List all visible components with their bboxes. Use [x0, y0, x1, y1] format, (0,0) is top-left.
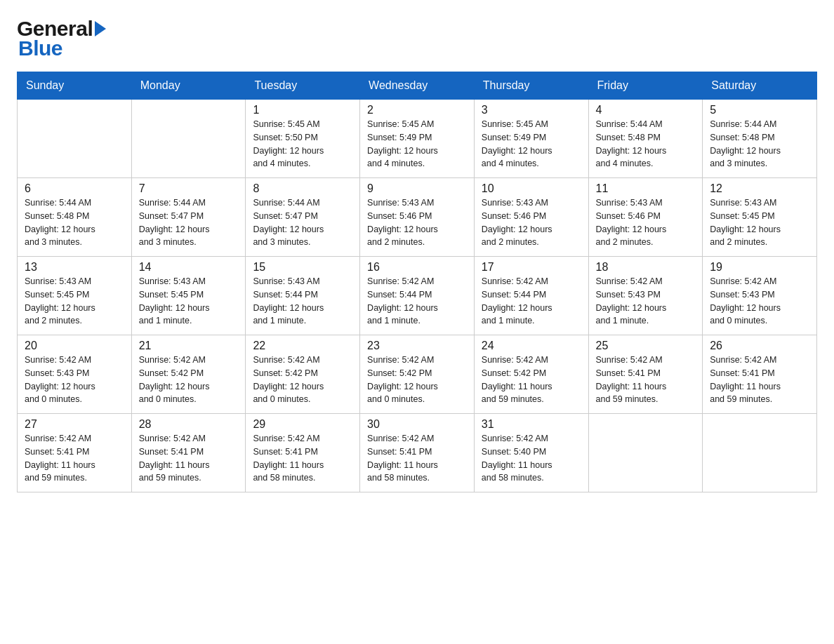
day-number: 12	[710, 182, 809, 195]
day-info: Sunrise: 5:42 AM Sunset: 5:41 PM Dayligh…	[25, 432, 124, 485]
calendar-cell: 23Sunrise: 5:42 AM Sunset: 5:42 PM Dayli…	[360, 335, 475, 414]
calendar-cell: 19Sunrise: 5:42 AM Sunset: 5:43 PM Dayli…	[703, 257, 817, 335]
day-info: Sunrise: 5:42 AM Sunset: 5:41 PM Dayligh…	[139, 432, 239, 485]
day-number: 11	[596, 182, 696, 195]
page-header: General Blue	[17, 17, 817, 60]
day-number: 18	[596, 261, 696, 274]
day-info: Sunrise: 5:42 AM Sunset: 5:41 PM Dayligh…	[253, 432, 352, 485]
day-info: Sunrise: 5:42 AM Sunset: 5:42 PM Dayligh…	[253, 354, 352, 406]
calendar-cell: 26Sunrise: 5:42 AM Sunset: 5:41 PM Dayli…	[703, 335, 817, 414]
calendar-cell	[18, 100, 132, 178]
day-info: Sunrise: 5:42 AM Sunset: 5:43 PM Dayligh…	[25, 354, 124, 406]
day-info: Sunrise: 5:42 AM Sunset: 5:43 PM Dayligh…	[596, 275, 696, 328]
day-info: Sunrise: 5:44 AM Sunset: 5:48 PM Dayligh…	[25, 196, 124, 249]
day-info: Sunrise: 5:42 AM Sunset: 5:41 PM Dayligh…	[710, 354, 809, 406]
day-info: Sunrise: 5:43 AM Sunset: 5:45 PM Dayligh…	[25, 275, 124, 328]
day-number: 7	[139, 182, 239, 195]
calendar-cell: 28Sunrise: 5:42 AM Sunset: 5:41 PM Dayli…	[131, 414, 246, 492]
day-info: Sunrise: 5:43 AM Sunset: 5:46 PM Dayligh…	[482, 196, 581, 249]
calendar-cell: 17Sunrise: 5:42 AM Sunset: 5:44 PM Dayli…	[474, 257, 588, 335]
day-number: 9	[367, 182, 467, 195]
day-number: 20	[25, 340, 124, 352]
day-number: 24	[482, 340, 581, 352]
day-number: 1	[253, 104, 352, 116]
calendar-cell: 21Sunrise: 5:42 AM Sunset: 5:42 PM Dayli…	[131, 335, 246, 414]
calendar-cell: 11Sunrise: 5:43 AM Sunset: 5:46 PM Dayli…	[588, 178, 703, 257]
calendar-cell	[588, 414, 703, 492]
day-info: Sunrise: 5:43 AM Sunset: 5:45 PM Dayligh…	[710, 196, 809, 249]
day-number: 4	[596, 104, 696, 116]
calendar-week-row: 13Sunrise: 5:43 AM Sunset: 5:45 PM Dayli…	[18, 257, 817, 335]
day-number: 27	[25, 418, 124, 431]
calendar-cell: 2Sunrise: 5:45 AM Sunset: 5:49 PM Daylig…	[360, 100, 475, 178]
calendar-cell: 6Sunrise: 5:44 AM Sunset: 5:48 PM Daylig…	[18, 178, 132, 257]
day-info: Sunrise: 5:42 AM Sunset: 5:44 PM Dayligh…	[482, 275, 581, 328]
day-number: 14	[139, 261, 239, 274]
column-header-saturday: Saturday	[703, 72, 817, 100]
day-info: Sunrise: 5:44 AM Sunset: 5:47 PM Dayligh…	[139, 196, 239, 249]
day-info: Sunrise: 5:45 AM Sunset: 5:49 PM Dayligh…	[367, 118, 467, 170]
calendar-cell: 8Sunrise: 5:44 AM Sunset: 5:47 PM Daylig…	[246, 178, 360, 257]
calendar-cell: 1Sunrise: 5:45 AM Sunset: 5:50 PM Daylig…	[246, 100, 360, 178]
column-header-sunday: Sunday	[18, 72, 132, 100]
day-number: 13	[25, 261, 124, 274]
day-info: Sunrise: 5:44 AM Sunset: 5:48 PM Dayligh…	[596, 118, 696, 170]
day-number: 28	[139, 418, 239, 431]
day-number: 16	[367, 261, 467, 274]
calendar-cell: 29Sunrise: 5:42 AM Sunset: 5:41 PM Dayli…	[246, 414, 360, 492]
day-number: 30	[367, 418, 467, 431]
column-header-wednesday: Wednesday	[360, 72, 475, 100]
day-info: Sunrise: 5:42 AM Sunset: 5:41 PM Dayligh…	[367, 432, 467, 485]
column-header-friday: Friday	[588, 72, 703, 100]
calendar-week-row: 1Sunrise: 5:45 AM Sunset: 5:50 PM Daylig…	[18, 100, 817, 178]
day-info: Sunrise: 5:42 AM Sunset: 5:41 PM Dayligh…	[596, 354, 696, 406]
calendar-cell: 10Sunrise: 5:43 AM Sunset: 5:46 PM Dayli…	[474, 178, 588, 257]
day-number: 29	[253, 418, 352, 431]
column-header-monday: Monday	[131, 72, 246, 100]
day-info: Sunrise: 5:43 AM Sunset: 5:46 PM Dayligh…	[367, 196, 467, 249]
calendar-cell: 18Sunrise: 5:42 AM Sunset: 5:43 PM Dayli…	[588, 257, 703, 335]
calendar-cell: 14Sunrise: 5:43 AM Sunset: 5:45 PM Dayli…	[131, 257, 246, 335]
calendar-cell: 3Sunrise: 5:45 AM Sunset: 5:49 PM Daylig…	[474, 100, 588, 178]
day-number: 10	[482, 182, 581, 195]
day-number: 23	[367, 340, 467, 352]
day-number: 8	[253, 182, 352, 195]
day-info: Sunrise: 5:43 AM Sunset: 5:44 PM Dayligh…	[253, 275, 352, 328]
logo-arrow-icon	[95, 21, 106, 36]
calendar-header-row: SundayMondayTuesdayWednesdayThursdayFrid…	[18, 72, 817, 100]
day-number: 2	[367, 104, 467, 116]
column-header-tuesday: Tuesday	[246, 72, 360, 100]
day-number: 22	[253, 340, 352, 352]
calendar-cell: 27Sunrise: 5:42 AM Sunset: 5:41 PM Dayli…	[18, 414, 132, 492]
logo: General Blue	[17, 17, 106, 60]
day-info: Sunrise: 5:42 AM Sunset: 5:40 PM Dayligh…	[482, 432, 581, 485]
day-info: Sunrise: 5:42 AM Sunset: 5:42 PM Dayligh…	[367, 354, 467, 406]
day-number: 25	[596, 340, 696, 352]
calendar-cell: 20Sunrise: 5:42 AM Sunset: 5:43 PM Dayli…	[18, 335, 132, 414]
logo-blue-text: Blue	[18, 36, 62, 60]
day-number: 31	[482, 418, 581, 431]
day-number: 26	[710, 340, 809, 352]
calendar-week-row: 6Sunrise: 5:44 AM Sunset: 5:48 PM Daylig…	[18, 178, 817, 257]
calendar-week-row: 20Sunrise: 5:42 AM Sunset: 5:43 PM Dayli…	[18, 335, 817, 414]
column-header-thursday: Thursday	[474, 72, 588, 100]
day-info: Sunrise: 5:44 AM Sunset: 5:47 PM Dayligh…	[253, 196, 352, 249]
calendar-cell: 25Sunrise: 5:42 AM Sunset: 5:41 PM Dayli…	[588, 335, 703, 414]
calendar-cell: 13Sunrise: 5:43 AM Sunset: 5:45 PM Dayli…	[18, 257, 132, 335]
calendar-table: SundayMondayTuesdayWednesdayThursdayFrid…	[17, 72, 817, 492]
day-info: Sunrise: 5:42 AM Sunset: 5:42 PM Dayligh…	[139, 354, 239, 406]
calendar-cell: 12Sunrise: 5:43 AM Sunset: 5:45 PM Dayli…	[703, 178, 817, 257]
calendar-cell: 9Sunrise: 5:43 AM Sunset: 5:46 PM Daylig…	[360, 178, 475, 257]
day-info: Sunrise: 5:43 AM Sunset: 5:46 PM Dayligh…	[596, 196, 696, 249]
calendar-cell: 22Sunrise: 5:42 AM Sunset: 5:42 PM Dayli…	[246, 335, 360, 414]
calendar-cell: 31Sunrise: 5:42 AM Sunset: 5:40 PM Dayli…	[474, 414, 588, 492]
day-number: 19	[710, 261, 809, 274]
day-number: 6	[25, 182, 124, 195]
calendar-cell: 16Sunrise: 5:42 AM Sunset: 5:44 PM Dayli…	[360, 257, 475, 335]
calendar-cell: 15Sunrise: 5:43 AM Sunset: 5:44 PM Dayli…	[246, 257, 360, 335]
day-info: Sunrise: 5:45 AM Sunset: 5:49 PM Dayligh…	[482, 118, 581, 170]
day-info: Sunrise: 5:45 AM Sunset: 5:50 PM Dayligh…	[253, 118, 352, 170]
day-info: Sunrise: 5:43 AM Sunset: 5:45 PM Dayligh…	[139, 275, 239, 328]
day-number: 21	[139, 340, 239, 352]
calendar-week-row: 27Sunrise: 5:42 AM Sunset: 5:41 PM Dayli…	[18, 414, 817, 492]
